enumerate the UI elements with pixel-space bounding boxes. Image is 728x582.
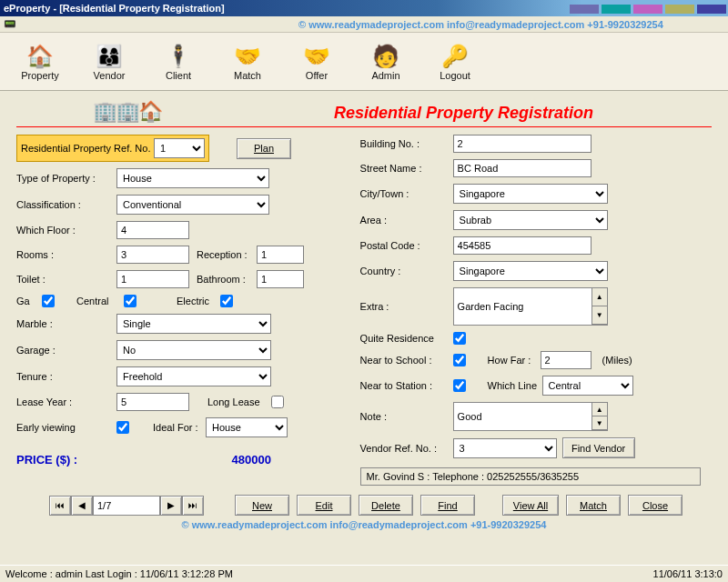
miles-label: (Miles) <box>602 355 632 366</box>
plan-button[interactable]: Plan <box>237 138 291 159</box>
classification-select[interactable]: Conventional <box>116 195 269 215</box>
reception-input[interactable] <box>257 246 304 264</box>
spin-up-icon[interactable]: ▲ <box>592 403 607 416</box>
long-lease-checkbox[interactable] <box>271 396 284 408</box>
city-label: City/Town : <box>360 188 453 199</box>
offer-icon: 🤝 <box>302 43 331 70</box>
quite-residence-checkbox[interactable] <box>453 332 466 345</box>
footer-link[interactable]: © www.readymadeproject.com info@readymad… <box>16 519 712 530</box>
near-school-label: Near to School : <box>360 355 453 366</box>
which-floor-input[interactable] <box>116 221 189 239</box>
status-left: Welcome : admin Last Login : 11/06/11 3:… <box>5 568 233 579</box>
toolbar-property[interactable]: 🏠 Property <box>16 43 64 81</box>
record-indicator[interactable] <box>93 496 160 516</box>
app-icon: 📟 <box>4 18 16 30</box>
gas-checkbox[interactable] <box>42 295 55 307</box>
toolbar-logout[interactable]: 🔑 Logout <box>431 43 479 81</box>
match-button[interactable]: Match <box>566 495 621 516</box>
ref-no-label: Residential Property Ref. No. <box>21 143 154 154</box>
toilet-input[interactable] <box>116 270 189 288</box>
toolbar-vendor[interactable]: 👨‍👩‍👦 Vendor <box>86 43 133 81</box>
delete-button[interactable]: Delete <box>359 495 413 516</box>
near-station-label: Near to Station : <box>360 380 453 391</box>
buildings-icon: 🏢🏢🏠 <box>93 100 161 124</box>
near-school-checkbox[interactable] <box>453 354 466 366</box>
how-far-input[interactable] <box>541 351 592 369</box>
building-no-input[interactable] <box>453 135 592 153</box>
spin-up-icon[interactable]: ▲ <box>592 288 607 306</box>
admin-icon: 🧑 <box>371 43 400 70</box>
ref-no-select[interactable]: 1 <box>154 138 205 158</box>
ga-label: Ga <box>16 296 42 306</box>
tenure-select[interactable]: Freehold <box>116 366 271 386</box>
type-of-property-select[interactable]: House <box>116 168 269 188</box>
button-bar: ⏮ ◀ ▶ ⏭ New Edit Delete Find View All Ma… <box>16 495 712 516</box>
early-viewing-checkbox[interactable] <box>116 421 129 434</box>
status-right: 11/06/11 3:13:0 <box>653 568 723 579</box>
country-select[interactable]: Singapore <box>453 261 608 281</box>
titlebar: eProperty - [Residential Property Regist… <box>0 0 728 16</box>
nav-prev-button[interactable]: ◀ <box>71 496 93 516</box>
garage-label: Garage : <box>16 345 116 356</box>
central-label: Central <box>76 296 124 306</box>
vendor-display: Mr. Govind S : Telephone : 025252555/363… <box>360 467 701 486</box>
early-viewing-label: Early viewing <box>16 422 116 433</box>
property-icon: 🏠 <box>25 43 55 70</box>
rooms-input[interactable] <box>116 246 189 264</box>
garage-select[interactable]: No <box>116 340 271 360</box>
spin-down-icon[interactable]: ▼ <box>592 416 607 430</box>
marble-select[interactable]: Single <box>116 314 271 334</box>
left-column: Residential Property Ref. No. 1 Plan Typ… <box>16 135 337 486</box>
toolbar: 🏠 Property 👨‍👩‍👦 Vendor 🕴️ Client 🤝 Matc… <box>0 33 728 91</box>
quite-residence-label: Quite Residence <box>360 333 453 344</box>
street-name-input[interactable] <box>453 159 592 177</box>
ideal-for-select[interactable]: House <box>206 417 288 437</box>
close-button[interactable]: Close <box>628 495 682 516</box>
central-checkbox[interactable] <box>124 295 136 307</box>
tenure-label: Tenure : <box>16 371 116 382</box>
area-select[interactable]: Subrab <box>453 210 608 230</box>
electric-checkbox[interactable] <box>220 295 233 307</box>
view-all-button[interactable]: View All <box>502 495 559 516</box>
rooms-label: Rooms : <box>16 249 116 260</box>
city-select[interactable]: Singapore <box>453 184 608 204</box>
toolbar-admin[interactable]: 🧑 Admin <box>362 43 410 81</box>
bathroom-label: Bathroom : <box>197 274 257 285</box>
postal-input[interactable] <box>453 236 592 255</box>
bathroom-input[interactable] <box>257 270 304 288</box>
area-label: Area : <box>360 215 453 226</box>
find-button[interactable]: Find <box>420 495 475 516</box>
client-icon: 🕴️ <box>164 43 193 70</box>
postal-label: Postal Code : <box>360 240 453 251</box>
toilet-label: Toilet : <box>16 274 116 285</box>
lease-year-label: Lease Year : <box>16 396 116 407</box>
header-link[interactable]: © www.readymadeproject.com info@readymad… <box>298 19 663 30</box>
nav-last-button[interactable]: ⏭ <box>182 496 204 516</box>
nav-next-button[interactable]: ▶ <box>160 496 182 516</box>
nav-first-button[interactable]: ⏮ <box>49 496 71 516</box>
extra-input[interactable]: ▲▼ <box>453 287 608 326</box>
spin-down-icon[interactable]: ▼ <box>592 306 607 325</box>
note-input[interactable]: ▲▼ <box>453 402 608 431</box>
new-button[interactable]: New <box>235 495 289 516</box>
street-name-label: Street Name : <box>360 163 453 174</box>
logout-icon: 🔑 <box>440 43 470 70</box>
vendor-ref-select[interactable]: 3 <box>453 438 557 458</box>
toolbar-client[interactable]: 🕴️ Client <box>155 43 202 81</box>
toolbar-offer[interactable]: 🤝 Offer <box>293 43 340 81</box>
edit-button[interactable]: Edit <box>297 495 351 516</box>
toolbar-match[interactable]: 🤝 Match <box>224 43 271 81</box>
classification-label: Classification : <box>16 199 116 210</box>
near-station-checkbox[interactable] <box>453 379 466 392</box>
lease-year-input[interactable] <box>116 393 189 411</box>
country-label: Country : <box>360 266 453 276</box>
which-line-select[interactable]: Central <box>542 376 633 396</box>
type-of-property-label: Type of Property : <box>16 173 116 184</box>
ideal-for-label: Ideal For : <box>153 422 206 433</box>
vendor-icon: 👨‍👩‍👦 <box>95 43 124 70</box>
reception-label: Reception : <box>197 249 257 260</box>
which-floor-label: Which Floor : <box>16 225 116 236</box>
match-icon: 🤝 <box>233 43 262 70</box>
note-label: Note : <box>360 411 453 422</box>
find-vendor-button[interactable]: Find Vendor <box>562 437 635 458</box>
